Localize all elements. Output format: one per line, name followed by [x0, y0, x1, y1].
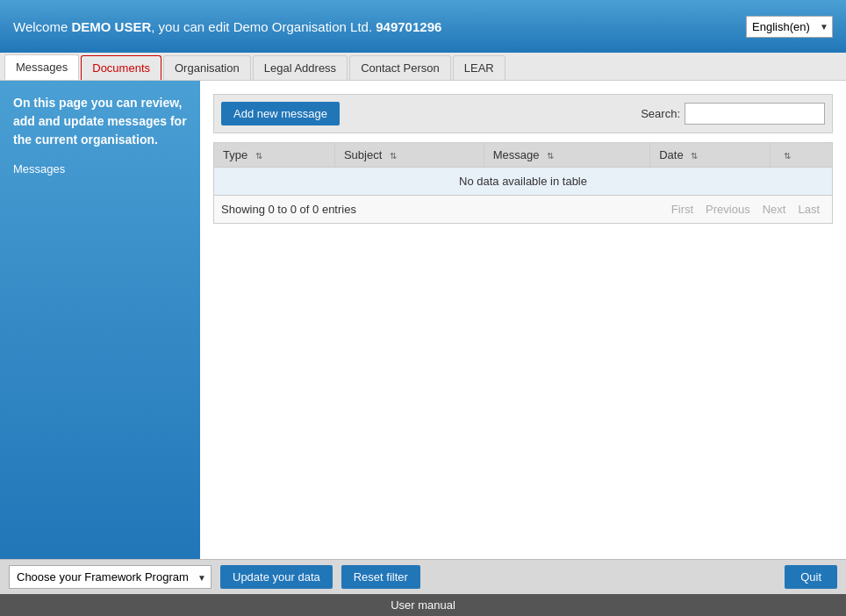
tab-legal-address[interactable]: Legal Address	[253, 55, 348, 80]
tab-documents[interactable]: Documents	[81, 55, 161, 80]
first-button[interactable]: First	[666, 201, 699, 218]
col-message[interactable]: Message ⇅	[484, 143, 649, 168]
framework-select-wrapper[interactable]: Choose your Framework Program	[9, 565, 212, 589]
header: Welcome DEMO USER, you can edit Demo Org…	[0, 0, 846, 53]
header-title: Welcome DEMO USER, you can edit Demo Org…	[13, 19, 441, 34]
sort-icon-message: ⇅	[547, 151, 554, 161]
tab-lear[interactable]: LEAR	[453, 55, 505, 80]
update-data-button[interactable]: Update your data	[220, 565, 333, 589]
col-type[interactable]: Type ⇅	[214, 143, 335, 168]
search-area: Search:	[641, 103, 825, 125]
org-id: 949701296	[376, 19, 441, 34]
user-name: DEMO USER	[71, 19, 151, 34]
search-input[interactable]	[685, 103, 825, 125]
pagination-row: Showing 0 to 0 of 0 entries First Previo…	[213, 196, 833, 224]
language-selector-container[interactable]: English(en) Français(fr) Deutsch(de)	[746, 16, 833, 38]
col-subject[interactable]: Subject ⇅	[334, 143, 484, 168]
tab-bar: Messages Documents Organisation Legal Ad…	[0, 53, 846, 81]
last-button[interactable]: Last	[792, 201, 825, 218]
sort-icon-date: ⇅	[691, 151, 698, 161]
add-new-message-button[interactable]: Add new message	[221, 102, 340, 125]
showing-text: Showing 0 to 0 of 0 entries	[221, 203, 356, 216]
user-manual-label: User manual	[391, 598, 455, 612]
col-date[interactable]: Date ⇅	[650, 143, 770, 168]
user-manual-bar: User manual	[0, 594, 846, 616]
sidebar: On this page you can review, add and upd…	[0, 81, 200, 559]
tab-contact-person[interactable]: Contact Person	[349, 55, 451, 80]
sidebar-link-messages[interactable]: Messages	[13, 162, 65, 175]
no-data-cell: No data available in table	[214, 168, 833, 196]
main-area: On this page you can review, add and upd…	[0, 81, 846, 559]
reset-filter-button[interactable]: Reset filter	[341, 565, 420, 589]
search-label: Search:	[641, 107, 680, 120]
content-panel: Add new message Search: Type ⇅ Subject ⇅…	[200, 81, 846, 559]
language-select[interactable]: English(en) Français(fr) Deutsch(de)	[746, 16, 833, 38]
sort-icon-actions: ⇅	[784, 151, 791, 161]
tab-messages[interactable]: Messages	[4, 54, 79, 80]
table-header-row: Type ⇅ Subject ⇅ Message ⇅ Date ⇅ ⇅	[214, 143, 833, 168]
tab-organisation[interactable]: Organisation	[163, 55, 251, 80]
sort-icon-type: ⇅	[255, 151, 262, 161]
sidebar-description: On this page you can review, add and upd…	[13, 94, 187, 149]
welcome-mid: , you can edit Demo Organisation Ltd.	[151, 19, 372, 34]
quit-button[interactable]: Quit	[785, 565, 837, 589]
col-actions[interactable]: ⇅	[770, 143, 832, 168]
footer: Choose your Framework Program Update you…	[0, 559, 846, 594]
toolbar-row: Add new message Search:	[213, 94, 833, 133]
sort-icon-subject: ⇅	[390, 151, 397, 161]
previous-button[interactable]: Previous	[700, 201, 756, 218]
messages-table: Type ⇅ Subject ⇅ Message ⇅ Date ⇅ ⇅ No d…	[213, 142, 833, 196]
pagination-buttons: First Previous Next Last	[666, 201, 825, 218]
welcome-prefix: Welcome	[13, 19, 71, 34]
framework-select[interactable]: Choose your Framework Program	[9, 565, 212, 589]
no-data-row: No data available in table	[214, 168, 833, 196]
next-button[interactable]: Next	[757, 201, 792, 218]
